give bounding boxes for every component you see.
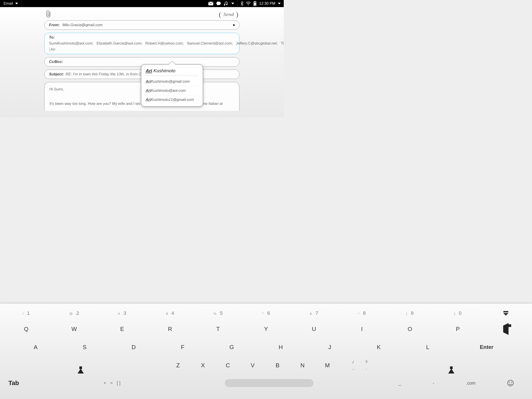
ccbcc-label: Cc/Bcc: [49,60,63,64]
recipient-chip[interactable]: Samuel.Clement@aol.com; [187,41,233,45]
autocomplete-contact-name[interactable]: Ari Kushimoto [146,68,198,76]
status-bar: Email 12:30 PM [0,0,284,7]
autocomplete-option[interactable]: AriKushimoto@gmail.com [146,77,198,86]
to-label: To: [49,35,55,40]
paperclip-icon [45,10,52,18]
svg-marker-0 [15,3,18,4]
send-label: Send [223,12,234,17]
autocomplete-option[interactable]: AriKushimoto@aol.com [146,86,198,95]
clock: 12:30 PM [259,1,275,6]
from-label: From: [49,23,60,27]
svg-rect-8 [254,2,256,5]
app-menu[interactable]: Email [0,0,22,7]
chat-icon[interactable] [216,1,221,6]
send-button[interactable]: ( Send ) [219,11,239,18]
svg-marker-9 [278,3,281,4]
subject-value: RE: I'm in town this Friday the 13th, in… [66,72,150,76]
autocomplete-option[interactable]: AriKushimoto11@gmail.com [146,95,198,104]
recipient-chip[interactable]: Robert.H@yahoo.com; [146,41,184,45]
from-value: Milo.Gracia@gmail.com [63,23,103,27]
svg-marker-4 [231,3,234,4]
compose-view: ( Send ) From: Milo.Gracia@gmail.com To:… [0,7,284,117]
from-dropdown-icon[interactable] [233,24,235,26]
attach-button[interactable] [45,10,52,19]
chevron-down-icon [278,3,281,4]
to-field[interactable]: To: SumiKushimoto@aol.com;Elizabeth.Garc… [44,33,239,54]
chevron-down-icon[interactable] [231,3,234,4]
recipient-chip[interactable]: Elizabeth.Garcia@aol.com; [97,41,142,45]
system-tray[interactable]: 12:30 PM [237,1,284,6]
mail-icon[interactable] [208,2,213,5]
recipient-chip[interactable]: SumiKushimoto@aol.com; [49,41,94,45]
autocomplete-popover: Ari Kushimoto AriKushimoto@gmail.comAriK… [141,64,203,107]
from-field[interactable]: From: Milo.Gracia@gmail.com [44,20,239,30]
recipient-chip[interactable]: Timothy.D@ymail.com; [281,41,284,45]
to-recipients: SumiKushimoto@aol.com;Elizabeth.Garcia@a… [49,40,284,47]
svg-point-5 [248,4,249,5]
wifi-icon [246,2,251,5]
subject-label: Subject: [49,72,64,76]
music-icon[interactable] [224,1,228,6]
paren-right-icon: ) [236,11,239,18]
svg-point-2 [216,1,221,5]
recipient-chip[interactable]: Jeffery.C@sbcglobal.net; [236,41,278,45]
notification-tray[interactable] [205,0,237,7]
to-typing-text: Ari [50,47,55,52]
bluetooth-icon [241,1,243,6]
battery-icon [253,1,256,6]
app-name: Email [4,1,13,6]
paren-left-icon: ( [219,11,221,18]
chevron-down-icon [15,3,18,4]
